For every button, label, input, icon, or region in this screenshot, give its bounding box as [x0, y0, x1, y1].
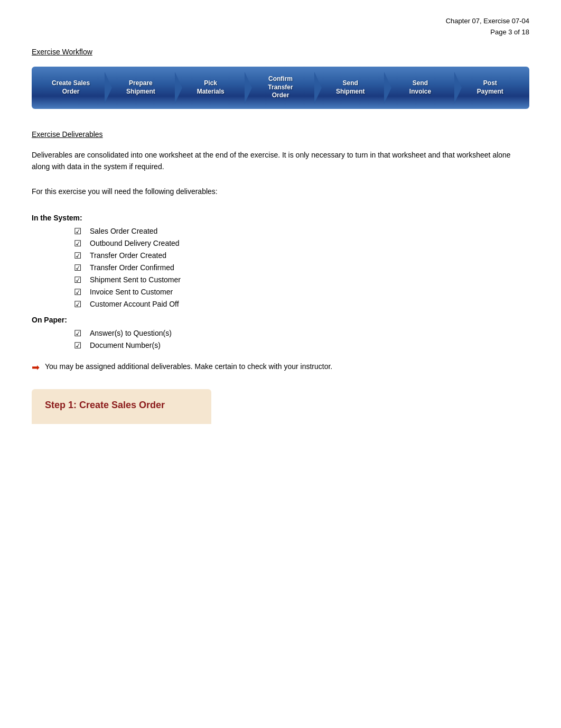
list-item: ☑Transfer Order Confirmed — [74, 263, 529, 273]
deliverables-section: Deliverables are consolidated into one w… — [32, 149, 529, 373]
check-icon: ☑ — [74, 251, 85, 261]
workflow-banner: Create Sales OrderPrepare ShipmentPick M… — [32, 67, 529, 109]
in-system-checklist: ☑Sales Order Created☑Outbound Delivery C… — [74, 226, 529, 309]
list-item: ☑Sales Order Created — [74, 226, 529, 236]
step-post-payment: Post Payment — [456, 67, 524, 109]
header-line1: Chapter 07, Exercise 07-04 — [32, 16, 529, 27]
step-confirm-transfer: Confirm Transfer Order — [247, 67, 314, 109]
list-item: ☑Answer(s) to Question(s) — [74, 328, 529, 338]
step-prepare-shipment: Prepare Shipment — [107, 67, 174, 109]
step1-title: Step 1: Create Sales Order — [45, 400, 198, 411]
deliverables-need: For this exercise you will need the foll… — [32, 186, 529, 197]
list-item: ☑Invoice Sent to Customer — [74, 287, 529, 297]
list-item: ☑Transfer Order Created — [74, 251, 529, 261]
step-send-shipment: Send Shipment — [316, 67, 384, 109]
check-icon: ☑ — [74, 226, 85, 236]
on-paper-label: On Paper: — [32, 316, 529, 324]
check-icon: ☑ — [74, 299, 85, 309]
check-icon: ☑ — [74, 263, 85, 273]
list-item: ☑Customer Account Paid Off — [74, 299, 529, 309]
list-item: ☑Outbound Delivery Created — [74, 238, 529, 248]
header-info: Chapter 07, Exercise 07-04 Page 3 of 18 — [32, 16, 529, 38]
exercise-workflow-title: Exercise Workflow — [32, 48, 529, 56]
arrow-icon: ➡ — [32, 362, 40, 373]
check-icon: ☑ — [74, 287, 85, 297]
step-send-invoice: Send Invoice — [386, 67, 454, 109]
check-icon: ☑ — [74, 275, 85, 285]
on-paper-checklist: ☑Answer(s) to Question(s)☑Document Numbe… — [74, 328, 529, 351]
exercise-deliverables-title: Exercise Deliverables — [32, 130, 529, 139]
list-item: ☑Document Number(s) — [74, 340, 529, 351]
step-create-sales-order: Create Sales Order — [37, 67, 105, 109]
check-icon: ☑ — [74, 238, 85, 248]
step1-box: Step 1: Create Sales Order — [32, 389, 211, 424]
deliverables-intro: Deliverables are consolidated into one w… — [32, 149, 529, 173]
step-pick-materials: Pick Materials — [177, 67, 245, 109]
header-line2: Page 3 of 18 — [32, 27, 529, 38]
list-item: ☑Shipment Sent to Customer — [74, 275, 529, 285]
note-text: You may be assigned additional deliverab… — [45, 361, 332, 372]
note-row: ➡ You may be assigned additional deliver… — [32, 361, 529, 373]
check-icon: ☑ — [74, 340, 85, 351]
check-icon: ☑ — [74, 328, 85, 338]
in-system-label: In the System: — [32, 214, 529, 222]
